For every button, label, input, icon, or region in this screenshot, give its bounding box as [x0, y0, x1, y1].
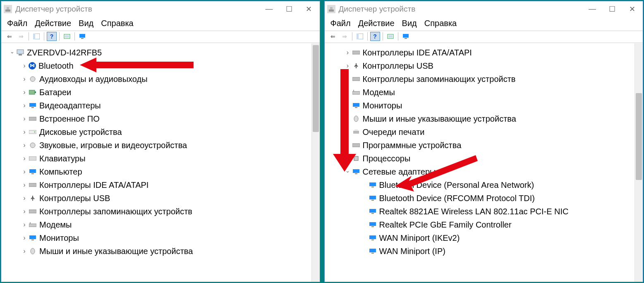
- tree-item[interactable]: Realtek 8821AE Wireless LAN 802.11ac PCI…: [326, 205, 633, 218]
- chevron-right-icon[interactable]: [345, 60, 351, 71]
- toolbar-separator: [398, 32, 398, 41]
- chevron-right-icon[interactable]: [345, 100, 351, 111]
- tree-root[interactable]: ZVERDVD-I42RFB5: [3, 46, 310, 59]
- tree-item[interactable]: Bluetooth Device (Personal Area Network): [326, 178, 633, 192]
- chevron-right-icon[interactable]: [345, 113, 351, 124]
- scan-hardware-button[interactable]: [385, 32, 395, 41]
- close-button[interactable]: ✕: [305, 5, 313, 14]
- tree-item[interactable]: Звуковые, игровые и видеоустройства: [3, 139, 310, 152]
- network-icon: [369, 234, 377, 242]
- device-tree[interactable]: Контроллеры IDE ATA/ATAPIКонтроллеры USB…: [325, 43, 635, 282]
- chevron-down-icon[interactable]: [345, 168, 351, 176]
- chevron-right-icon[interactable]: [21, 193, 28, 204]
- minimize-button[interactable]: —: [265, 5, 273, 14]
- tree-item[interactable]: Контроллеры USB: [3, 192, 310, 205]
- tree-item[interactable]: WAN Miniport (IP): [326, 245, 633, 258]
- tree-item[interactable]: Компьютер: [3, 165, 310, 178]
- menu-view[interactable]: Вид: [402, 19, 417, 28]
- tree-item-label: Мыши и иные указывающие устройства: [39, 245, 193, 258]
- chevron-right-icon[interactable]: [345, 47, 351, 58]
- tree-item[interactable]: Realtek PCIe GbE Family Controller: [326, 218, 633, 231]
- scan-hardware-button[interactable]: [62, 32, 72, 41]
- tree-item[interactable]: Встроенное ПО: [3, 112, 310, 125]
- tree-item[interactable]: Сетевые адаптеры: [326, 165, 633, 178]
- menu-action[interactable]: Действие: [358, 19, 395, 28]
- tree-item[interactable]: Видеоадаптеры: [3, 99, 310, 112]
- scrollbar-thumb[interactable]: [636, 93, 642, 180]
- tree-item[interactable]: Очереди печати: [326, 125, 633, 139]
- chevron-right-icon[interactable]: [345, 74, 351, 84]
- chevron-right-icon[interactable]: [21, 246, 28, 257]
- tree-item[interactable]: Клавиатуры: [3, 152, 310, 165]
- tree-item[interactable]: Процессоры: [326, 152, 633, 165]
- tree-item[interactable]: Батареи: [3, 86, 310, 99]
- menu-action[interactable]: Действие: [35, 19, 71, 28]
- svg-rect-48: [354, 156, 358, 161]
- battery-icon: [29, 88, 37, 96]
- show-hide-tree-button[interactable]: [31, 32, 41, 41]
- scrollbar-thumb[interactable]: [313, 45, 319, 132]
- show-hide-tree-button[interactable]: [355, 32, 365, 41]
- help-button[interactable]: ?: [47, 32, 57, 41]
- monitor-button[interactable]: [77, 32, 87, 41]
- vertical-scrollbar[interactable]: [634, 43, 643, 282]
- chevron-down-icon[interactable]: [9, 48, 15, 57]
- tree-item[interactable]: WAN Miniport (IKEv2): [326, 231, 633, 245]
- tree-item[interactable]: Мониторы: [326, 99, 633, 112]
- forward-button[interactable]: ⇒: [340, 32, 350, 41]
- tree-item-label: Клавиатуры: [39, 152, 86, 165]
- chevron-right-icon[interactable]: [21, 233, 28, 243]
- tree-item[interactable]: Дисковые устройства: [3, 125, 310, 139]
- chevron-right-icon[interactable]: [21, 60, 28, 71]
- chevron-right-icon[interactable]: [21, 219, 28, 230]
- tree-item[interactable]: Мыши и иные указывающие устройства: [326, 112, 633, 125]
- maximize-button[interactable]: ☐: [285, 5, 293, 14]
- menu-file[interactable]: Файл: [330, 19, 351, 28]
- menu-help[interactable]: Справка: [101, 19, 133, 28]
- tree-item-label: Мониторы: [363, 99, 402, 112]
- chevron-right-icon[interactable]: [345, 87, 351, 98]
- menu-help[interactable]: Справка: [424, 19, 457, 28]
- svg-rect-33: [357, 34, 359, 39]
- tree-item-label: Сетевые адаптеры: [363, 165, 436, 178]
- chevron-right-icon[interactable]: [21, 87, 28, 98]
- chevron-right-icon[interactable]: [345, 153, 351, 164]
- chevron-right-icon[interactable]: [21, 180, 28, 190]
- minimize-button[interactable]: —: [588, 5, 596, 14]
- tree-item[interactable]: Мониторы: [3, 231, 310, 245]
- menu-view[interactable]: Вид: [79, 19, 93, 28]
- tree-item[interactable]: Модемы: [3, 218, 310, 231]
- close-button[interactable]: ✕: [628, 5, 636, 14]
- tree-item[interactable]: Мыши и иные указывающие устройства: [3, 245, 310, 258]
- menu-file[interactable]: Файл: [7, 19, 27, 28]
- device-tree[interactable]: ZVERDVD-I42RFB5 ⋈BluetoothАудиовходы и а…: [1, 43, 311, 282]
- vertical-scrollbar[interactable]: [311, 43, 320, 282]
- help-button[interactable]: ?: [370, 32, 380, 41]
- tree-item[interactable]: ⋈Bluetooth: [3, 59, 310, 72]
- tree-item[interactable]: Контроллеры запоминающих устройств: [3, 205, 310, 218]
- chevron-right-icon[interactable]: [21, 100, 28, 111]
- tree-item[interactable]: Bluetooth Device (RFCOMM Protocol TDI): [326, 192, 633, 205]
- tree-item[interactable]: Контроллеры IDE ATA/ATAPI: [3, 178, 310, 192]
- tree-item[interactable]: Программные устройства: [326, 139, 633, 152]
- tree-item[interactable]: Контроллеры запоминающих устройств: [326, 72, 633, 86]
- chevron-right-icon[interactable]: [21, 166, 28, 177]
- tree-item[interactable]: Аудиовходы и аудиовыходы: [3, 72, 310, 86]
- back-button[interactable]: ⇐: [328, 32, 338, 41]
- chevron-right-icon[interactable]: [345, 140, 351, 151]
- chevron-right-icon[interactable]: [21, 140, 28, 151]
- chevron-right-icon[interactable]: [21, 74, 28, 84]
- maximize-button[interactable]: ☐: [608, 5, 616, 14]
- tree-item-label: Компьютер: [39, 165, 82, 178]
- tree-item[interactable]: Контроллеры IDE ATA/ATAPI: [326, 46, 633, 59]
- chevron-right-icon[interactable]: [21, 127, 28, 137]
- tree-item[interactable]: Контроллеры USB: [326, 59, 633, 72]
- chevron-right-icon[interactable]: [21, 153, 28, 164]
- forward-button[interactable]: ⇒: [16, 32, 26, 41]
- chevron-right-icon[interactable]: [21, 113, 28, 124]
- tree-item[interactable]: Модемы: [326, 86, 633, 99]
- chevron-right-icon[interactable]: [345, 127, 351, 137]
- chevron-right-icon[interactable]: [21, 206, 28, 217]
- back-button[interactable]: ⇐: [5, 32, 14, 41]
- monitor-button[interactable]: [401, 32, 411, 41]
